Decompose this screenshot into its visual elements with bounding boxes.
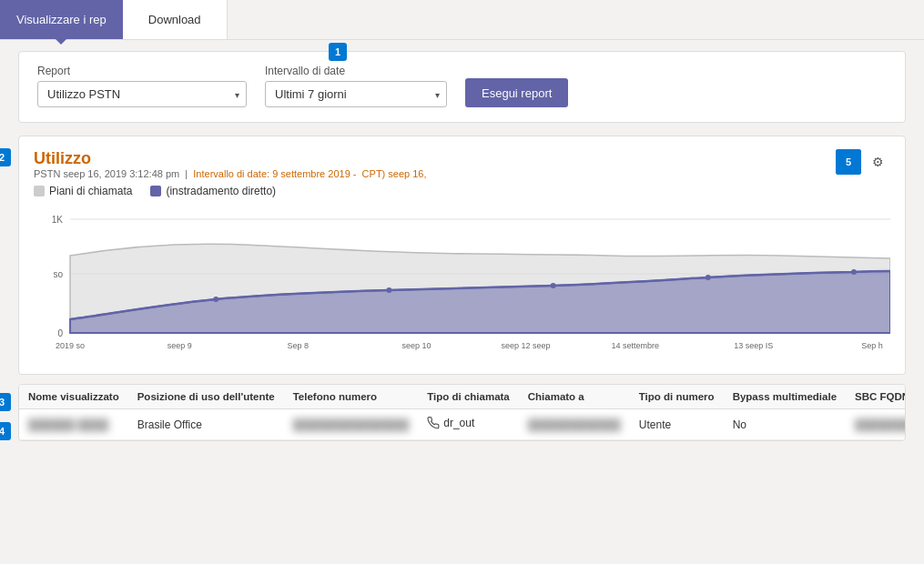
report-label: Report xyxy=(37,65,247,77)
svg-text:seep 9: seep 9 xyxy=(168,341,192,350)
chiamato-a-value: ████████████ xyxy=(528,418,621,431)
date-select[interactable]: Ultimi 7 giorni xyxy=(265,81,447,107)
nome-value: ██████ ████ xyxy=(28,418,108,431)
cell-chiamato-a: ████████████ xyxy=(519,409,630,440)
col-tipo-chiamata: Tipo di chiamata xyxy=(418,385,519,409)
chart-subtitle-date: Intervallo di date: 9 settembre 2019 - C… xyxy=(193,168,426,179)
cell-posizione: Brasile Office xyxy=(128,409,284,440)
report-select-wrap: Utilizzo PSTN ▾ xyxy=(37,81,247,107)
step-badge-2: 2 xyxy=(0,148,11,166)
step-badge-1: 1 xyxy=(329,43,347,61)
svg-text:so: so xyxy=(53,269,63,279)
report-select[interactable]: Utilizzo PSTN xyxy=(37,81,247,107)
date-select-wrap: Ultimi 7 giorni ▾ xyxy=(265,81,447,107)
chart-legend: Piani di chiamata (instradamento diretto… xyxy=(34,185,890,197)
col-telefono: Telefono numero xyxy=(284,385,419,409)
svg-text:Sep 8: Sep 8 xyxy=(288,341,310,350)
settings-button[interactable]: ⚙ xyxy=(865,149,890,175)
svg-text:1K: 1K xyxy=(52,215,64,225)
chart-point-1 xyxy=(213,297,218,302)
chart-subtitle-cpt: CPT) seep 16, xyxy=(362,168,427,179)
telefono-value: ███████████████ xyxy=(293,418,410,431)
chart-title: Utilizzo xyxy=(34,149,427,168)
date-label: Intervallo di date xyxy=(265,65,447,77)
cell-sbc: ████████████████ xyxy=(846,409,906,440)
filter-bar: 1 Report Utilizzo PSTN ▾ Intervallo di d… xyxy=(0,40,924,136)
chart-card-wrap: 2 Utilizzo PSTN seep 16, 2019 3:12:48 pm… xyxy=(18,136,906,375)
col-tipo-numero: Tipo di numero xyxy=(630,385,724,409)
chart-title-area: Utilizzo PSTN seep 16, 2019 3:12:48 pm |… xyxy=(34,149,427,181)
tipo-chiamata-text: dr_out xyxy=(443,417,474,429)
legend-item-2: (instradamento diretto) xyxy=(150,185,276,197)
col-bypass: Bypass multimediale xyxy=(724,385,846,409)
legend-item-1: Piani di chiamata xyxy=(34,185,132,197)
step-badge-5: 5 xyxy=(836,149,861,175)
tab-download-label: Download xyxy=(148,13,201,26)
tab-visualizzare-label: Visualizzare i rep xyxy=(16,13,107,26)
chart-subtitle-date-text: Intervallo di date: 9 settembre 2019 - xyxy=(193,168,356,179)
phone-icon xyxy=(427,417,440,429)
table-header: Nome visualizzato Posizione di uso dell'… xyxy=(19,385,906,409)
settings-icon: ⚙ xyxy=(872,155,884,169)
phone-icon-wrap: dr_out xyxy=(427,417,474,429)
chart-subtitle-pstn: PSTN seep 16, 2019 3:12:48 pm xyxy=(34,168,179,179)
step-badge-3: 3 xyxy=(0,393,11,411)
date-field-group: Intervallo di date Ultimi 7 giorni ▾ xyxy=(265,65,447,107)
top-tab-bar: Visualizzare i rep Download xyxy=(0,0,924,40)
svg-text:13 seep IS: 13 seep IS xyxy=(734,341,773,350)
legend-dot-2 xyxy=(150,186,161,196)
col-posizione: Posizione di uso dell'utente xyxy=(128,385,284,409)
report-field-group: Report Utilizzo PSTN ▾ xyxy=(37,65,247,107)
chart-actions: 6 ↗ ⚙ 5 xyxy=(836,149,890,175)
cell-bypass: No xyxy=(724,409,846,440)
table-wrap: 3 4 Nome visualizzato Posizione di uso d… xyxy=(18,384,906,441)
cell-telefono: ███████████████ xyxy=(284,409,419,440)
results-table: Nome visualizzato Posizione di uso dell'… xyxy=(19,385,906,440)
filter-bar-inner: 1 Report Utilizzo PSTN ▾ Intervallo di d… xyxy=(18,51,906,123)
svg-text:0: 0 xyxy=(57,328,63,338)
svg-text:seep 10: seep 10 xyxy=(401,341,431,350)
cell-tipo-numero: Utente xyxy=(630,409,724,440)
chart-point-2 xyxy=(386,287,391,293)
chart-header: Utilizzo PSTN seep 16, 2019 3:12:48 pm |… xyxy=(34,149,890,181)
chart-subtitle-line1: PSTN seep 16, 2019 3:12:48 pm | Interval… xyxy=(34,168,427,179)
chart-svg-area: 1K so 0 2019 so xyxy=(34,201,890,365)
svg-text:Sep h: Sep h xyxy=(861,341,883,350)
step-badge-4: 4 xyxy=(0,422,11,440)
tab-download[interactable]: Download xyxy=(123,0,228,39)
cell-nome: ██████ ████ xyxy=(19,409,128,440)
col-chiamato-a: Chiamato a xyxy=(519,385,630,409)
tab-visualizzare[interactable]: Visualizzare i rep xyxy=(0,0,123,39)
chart-svg: 1K so 0 2019 so xyxy=(34,201,890,356)
chart-point-4 xyxy=(706,275,711,280)
legend-label-1: Piani di chiamata xyxy=(49,185,132,197)
table-header-row: Nome visualizzato Posizione di uso dell'… xyxy=(19,385,906,409)
main-content: 2 Utilizzo PSTN seep 16, 2019 3:12:48 pm… xyxy=(0,136,924,450)
table-row: ██████ ████ Brasile Office █████████████… xyxy=(19,409,906,440)
col-sbc: SBC FQDN xyxy=(846,385,906,409)
data-table: Nome visualizzato Posizione di uso dell'… xyxy=(18,384,906,441)
cell-tipo-chiamata: dr_out xyxy=(418,409,519,440)
svg-text:14 settembre: 14 settembre xyxy=(611,341,659,350)
chart-point-5 xyxy=(851,269,857,275)
svg-text:seep 12 seep: seep 12 seep xyxy=(502,341,551,350)
legend-dot-1 xyxy=(34,186,45,196)
run-report-button[interactable]: Esegui report xyxy=(465,78,568,107)
col-nome: Nome visualizzato xyxy=(19,385,128,409)
chart-card: Utilizzo PSTN seep 16, 2019 3:12:48 pm |… xyxy=(18,136,906,375)
sbc-value: ████████████████ xyxy=(855,418,906,431)
table-body: ██████ ████ Brasile Office █████████████… xyxy=(19,409,906,440)
legend-label-2: (instradamento diretto) xyxy=(166,185,276,197)
svg-text:2019 so: 2019 so xyxy=(56,341,85,350)
chart-point-3 xyxy=(551,283,556,288)
